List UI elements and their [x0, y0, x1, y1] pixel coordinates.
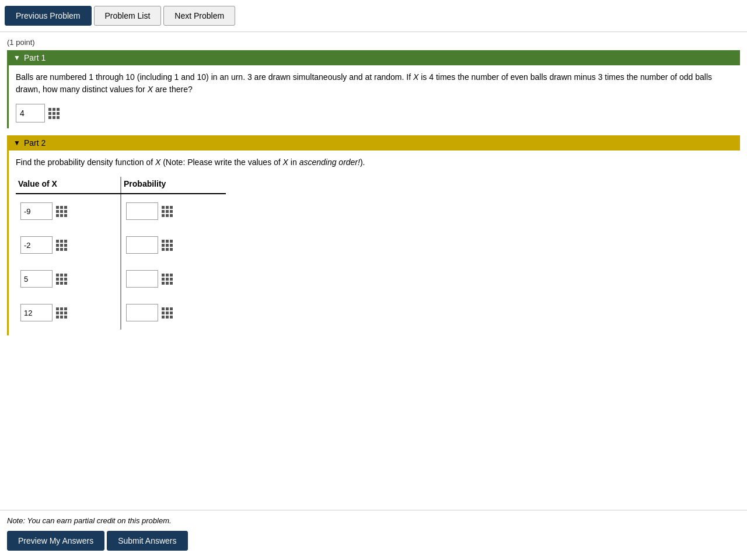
problem-list-button[interactable]: Problem List — [94, 6, 162, 26]
prob-grid-icon-3[interactable] — [162, 307, 173, 318]
preview-answers-button[interactable]: Preview My Answers — [7, 531, 104, 551]
prob-input-2[interactable] — [126, 270, 158, 288]
x-value-input-0[interactable] — [20, 202, 53, 220]
prob-cell-0 — [121, 194, 226, 228]
value-cell-2 — [16, 262, 121, 296]
bottom-buttons: Preview My Answers Submit Answers — [7, 531, 740, 551]
part1-header-label: Part 1 — [24, 53, 46, 62]
table-row — [16, 262, 226, 296]
x-grid-icon-3[interactable] — [56, 307, 67, 318]
part2-problem-text: Find the probability density function of… — [16, 156, 733, 169]
prob-cell-3 — [121, 296, 226, 330]
part1-grid-icon[interactable] — [48, 108, 60, 119]
part1-body: Balls are numbered 1 through 10 (includi… — [9, 65, 740, 128]
x-value-input-1[interactable] — [20, 236, 53, 254]
prob-grid-icon-0[interactable] — [162, 206, 173, 217]
part1-header[interactable]: ▼ Part 1 — [9, 50, 740, 65]
part2-body: Find the probability density function of… — [9, 150, 740, 335]
part2-section: ▼ Part 2 Find the probability density fu… — [7, 135, 740, 335]
main-content: (1 point) ▼ Part 1 Balls are numbered 1 … — [0, 32, 747, 510]
part1-problem-text: Balls are numbered 1 through 10 (includi… — [16, 71, 733, 96]
col-header-value: Value of X — [16, 177, 121, 194]
part1-answer-input[interactable] — [16, 104, 45, 123]
prob-input-0[interactable] — [126, 202, 158, 220]
x-value-input-2[interactable] — [20, 270, 53, 288]
prob-input-1[interactable] — [126, 236, 158, 254]
x-grid-icon-0[interactable] — [56, 206, 67, 217]
part2-header[interactable]: ▼ Part 2 — [9, 135, 740, 150]
value-cell-0 — [16, 194, 121, 228]
top-navigation: Previous Problem Problem List Next Probl… — [0, 0, 747, 32]
prob-cell-1 — [121, 228, 226, 262]
x-grid-icon-1[interactable] — [56, 240, 67, 251]
prob-cell-2 — [121, 262, 226, 296]
pdf-table: Value of X Probability — [16, 177, 226, 330]
next-problem-button[interactable]: Next Problem — [163, 6, 235, 26]
part2-arrow-icon: ▼ — [13, 139, 20, 147]
prob-input-3[interactable] — [126, 304, 158, 321]
table-row — [16, 296, 226, 330]
table-row — [16, 228, 226, 262]
col-header-prob: Probability — [121, 177, 226, 194]
submit-answers-button[interactable]: Submit Answers — [107, 531, 187, 551]
prob-grid-icon-2[interactable] — [162, 274, 173, 285]
table-row — [16, 194, 226, 228]
part2-header-label: Part 2 — [24, 138, 46, 148]
x-grid-icon-2[interactable] — [56, 274, 67, 285]
value-cell-3 — [16, 296, 121, 330]
value-cell-1 — [16, 228, 121, 262]
x-value-input-3[interactable] — [20, 304, 53, 321]
bottom-area: Note: You can earn partial credit on thi… — [0, 510, 747, 560]
previous-problem-button[interactable]: Previous Problem — [5, 6, 92, 26]
prob-grid-icon-1[interactable] — [162, 240, 173, 251]
part1-section: ▼ Part 1 Balls are numbered 1 through 10… — [7, 50, 740, 128]
part1-answer-row — [16, 104, 733, 123]
note-text: Note: You can earn partial credit on thi… — [7, 516, 740, 525]
part1-arrow-icon: ▼ — [13, 54, 20, 62]
points-label: (1 point) — [7, 38, 740, 47]
